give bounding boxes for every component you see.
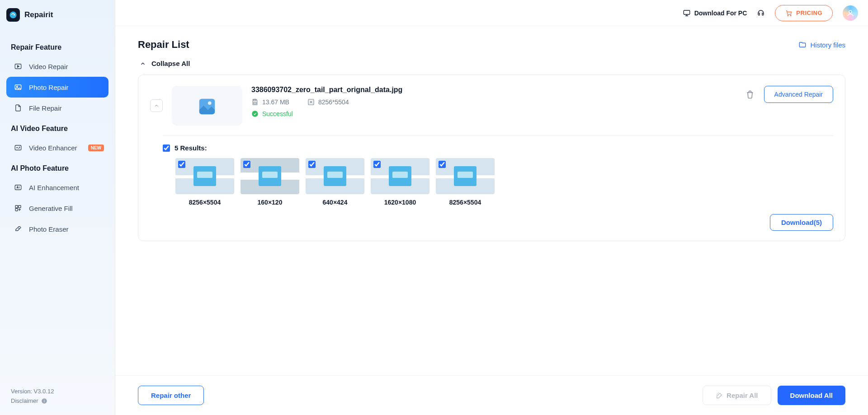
result-checkbox[interactable]: [178, 161, 185, 168]
pricing-button[interactable]: PRICING: [775, 5, 833, 21]
result-item: 8256×5504: [175, 158, 234, 206]
nav-label: Video Enhancer: [29, 144, 77, 152]
result-checkbox[interactable]: [308, 161, 316, 168]
svg-rect-5: [15, 185, 21, 190]
svg-point-12: [788, 15, 788, 16]
user-icon: [846, 9, 854, 17]
folder-icon: [798, 41, 807, 49]
topbar: Download For PC PRICING: [115, 0, 868, 26]
svg-text:i: i: [44, 399, 45, 403]
photo-icon: [14, 83, 23, 92]
result-thumbnail[interactable]: [241, 158, 299, 194]
disclaimer-link[interactable]: Disclaimer i: [11, 397, 104, 404]
nav-label: File Repair: [29, 104, 62, 112]
repair-card: 3386093702_zero_tail_part_orignal_data.j…: [138, 75, 845, 241]
divider: [163, 135, 833, 136]
chevron-up-icon: [154, 103, 159, 108]
ai-icon: [14, 183, 23, 192]
svg-rect-6: [15, 205, 18, 208]
sidebar-item-file-repair[interactable]: File Repair: [6, 98, 108, 118]
sidebar: Repairit Repair Feature Video Repair Pho…: [0, 0, 115, 415]
result-dimension: 640×424: [323, 199, 348, 206]
monitor-icon: [683, 9, 691, 17]
sidebar-item-ai-enhancement[interactable]: AI Enhancement: [6, 177, 108, 198]
svg-point-14: [849, 10, 852, 13]
footer-bar: Repair other Repair All Download All: [115, 375, 868, 415]
history-files-link[interactable]: History files: [798, 41, 845, 49]
repair-other-button[interactable]: Repair other: [138, 386, 204, 405]
nav-label: Generative Fill: [29, 205, 73, 212]
nav-label: Video Repair: [29, 63, 68, 70]
version-label: Version: V3.0.12: [11, 388, 104, 395]
result-item: 8256×5504: [436, 158, 495, 206]
svg-rect-8: [15, 209, 18, 211]
results-grid: 8256×5504 160×120 640×424: [175, 158, 833, 206]
file-size: 13.67 MB: [251, 98, 289, 106]
delete-button[interactable]: [745, 89, 755, 99]
download-selected-button[interactable]: Download(5): [770, 214, 833, 231]
file-thumbnail: [172, 86, 242, 126]
check-circle-icon: [251, 110, 259, 117]
eraser-icon: [14, 224, 23, 233]
select-all-results-checkbox[interactable]: [163, 145, 170, 152]
advanced-repair-button[interactable]: Advanced Repair: [764, 86, 833, 103]
content: Repair List History files Collapse All 3…: [115, 26, 868, 375]
file-icon: [14, 103, 23, 112]
enhancer-icon: [14, 143, 23, 152]
logo: Repairit: [6, 8, 108, 22]
svg-rect-18: [254, 103, 256, 104]
result-checkbox[interactable]: [373, 161, 381, 168]
result-dimension: 8256×5504: [449, 199, 481, 206]
result-thumbnail[interactable]: [306, 158, 364, 194]
svg-rect-17: [254, 99, 256, 101]
section-repair-feature: Repair Feature: [11, 43, 104, 51]
sidebar-item-video-repair[interactable]: Video Repair: [6, 56, 108, 77]
repair-all-button: Repair All: [703, 386, 771, 405]
headset-icon: [757, 9, 765, 17]
results-count: 5 Results:: [175, 144, 207, 152]
svg-point-3: [17, 86, 18, 87]
nav-label: Photo Repair: [29, 84, 69, 91]
file-dimensions: 8256*5504: [307, 98, 349, 106]
result-dimension: 160×120: [258, 199, 283, 206]
video-icon: [14, 62, 23, 71]
new-badge: NEW: [88, 145, 104, 151]
result-checkbox[interactable]: [243, 161, 250, 168]
result-thumbnail[interactable]: [436, 158, 495, 194]
download-for-pc[interactable]: Download For PC: [683, 9, 747, 17]
dimensions-icon: [307, 98, 315, 106]
page-title: Repair List: [138, 39, 189, 51]
result-item: 160×120: [241, 158, 299, 206]
main: Download For PC PRICING Repair List Hist…: [115, 0, 868, 415]
sidebar-item-photo-eraser[interactable]: Photo Eraser: [6, 219, 108, 239]
collapse-all[interactable]: Collapse All: [140, 60, 845, 67]
svg-point-20: [252, 111, 258, 117]
result-dimension: 1620×1080: [384, 199, 416, 206]
section-ai-video: AI Video Feature: [11, 125, 104, 133]
result-thumbnail[interactable]: [371, 158, 429, 194]
svg-rect-4: [15, 145, 21, 150]
svg-rect-7: [19, 205, 21, 208]
svg-point-0: [10, 12, 17, 19]
status-successful: Successful: [251, 110, 736, 117]
sidebar-item-generative-fill[interactable]: Generative Fill: [6, 198, 108, 219]
download-all-button[interactable]: Download All: [778, 386, 845, 405]
svg-rect-11: [684, 10, 690, 14]
file-name: 3386093702_zero_tail_part_orignal_data.j…: [251, 86, 736, 94]
logo-icon: [6, 8, 20, 22]
sidebar-item-video-enhancer[interactable]: Video Enhancer NEW: [6, 137, 108, 158]
result-item: 640×424: [306, 158, 364, 206]
collapse-item-button[interactable]: [150, 99, 163, 112]
avatar[interactable]: [843, 5, 858, 21]
sidebar-item-photo-repair[interactable]: Photo Repair: [6, 77, 108, 98]
fill-icon: [14, 204, 23, 213]
image-placeholder-icon: [197, 95, 217, 116]
chevron-up-icon: [140, 61, 146, 67]
support-icon[interactable]: [757, 9, 765, 17]
disk-icon: [251, 98, 259, 106]
result-dimension: 8256×5504: [189, 199, 221, 206]
trash-icon: [745, 90, 755, 99]
result-thumbnail[interactable]: [175, 158, 234, 194]
nav-label: Photo Eraser: [29, 225, 69, 233]
result-checkbox[interactable]: [439, 161, 446, 168]
